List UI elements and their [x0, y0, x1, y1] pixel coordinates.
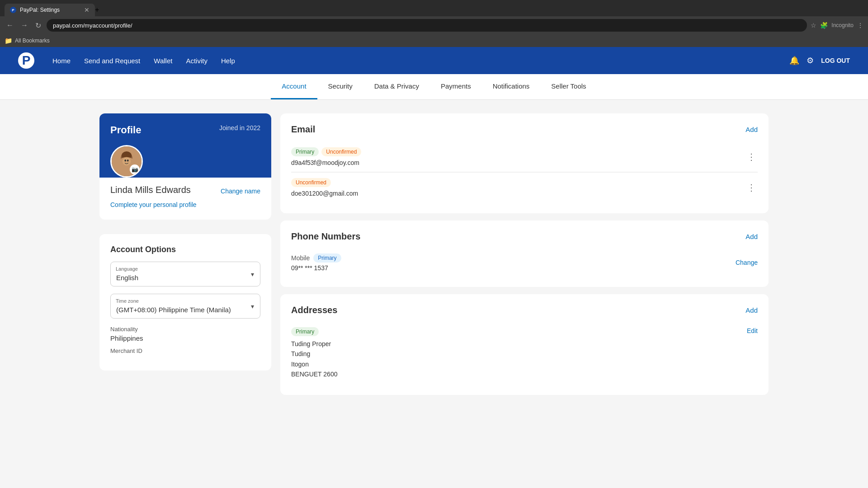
phone-change-link[interactable]: Change: [736, 259, 758, 266]
addresses-add-link[interactable]: Add: [745, 306, 758, 314]
main-content: Profile Joined in 2022: [0, 100, 868, 408]
refresh-button[interactable]: ↻: [33, 19, 43, 32]
new-tab-button[interactable]: +: [95, 6, 99, 14]
incognito-icon: Incognito: [831, 22, 854, 28]
email-card: Email Add Primary Unconfirmed d9a4f53f@m…: [280, 113, 769, 213]
merchant-id-label: Merchant ID: [110, 347, 260, 354]
svg-point-5: [124, 160, 126, 162]
address-line-4: BENGUET 2600: [291, 369, 337, 379]
address-line-1: Tuding Proper: [291, 339, 337, 349]
extensions-icon[interactable]: 🧩: [820, 22, 828, 29]
tab-close-button[interactable]: ✕: [84, 6, 90, 14]
tab-title: PayPal: Settings: [20, 7, 60, 13]
phone-add-link[interactable]: Add: [745, 233, 758, 240]
browser-actions: ☆ 🧩 Incognito ⋮: [811, 22, 863, 29]
subnav-security[interactable]: Security: [317, 74, 363, 99]
nav-help[interactable]: Help: [221, 57, 235, 65]
email-entry-2: Unconfirmed doe301200@gmail.com ⋮: [291, 173, 758, 202]
address-line-3: Itogon: [291, 359, 337, 369]
camera-icon[interactable]: 📷: [130, 164, 140, 174]
browser-tabs: P PayPal: Settings ✕ +: [0, 0, 868, 16]
nav-send-request[interactable]: Send and Request: [84, 57, 140, 65]
address-lines: Tuding Proper Tuding Itogon BENGUET 2600: [291, 339, 337, 380]
address-entry-1: Primary Tuding Proper Tuding Itogon BENG…: [291, 323, 758, 384]
phone-section-title: Phone Numbers: [291, 231, 360, 242]
bookmark-star-icon[interactable]: ☆: [811, 22, 816, 29]
forward-button[interactable]: →: [19, 19, 30, 31]
phone-number: 09** *** 1537: [291, 264, 341, 272]
subnav-account[interactable]: Account: [271, 74, 317, 99]
svg-point-4: [123, 157, 131, 165]
email-address-2: doe301200@gmail.com: [291, 190, 745, 197]
profile-title: Profile: [110, 124, 141, 136]
address-badge-row: Primary: [291, 327, 337, 336]
browser-chrome: P PayPal: Settings ✕ + ← → ↻ ☆ 🧩 Incogni…: [0, 0, 868, 47]
paypal-app: P Home Send and Request Wallet Activity …: [0, 47, 868, 408]
profile-name: Linda Mills Edwards: [110, 185, 191, 195]
unconfirmed-badge-2: Unconfirmed: [291, 178, 331, 187]
subnav-seller-tools[interactable]: Seller Tools: [540, 74, 597, 99]
language-field: Language English ▾: [110, 262, 260, 286]
address-edit-link[interactable]: Edit: [747, 327, 758, 334]
nav-wallet[interactable]: Wallet: [154, 57, 172, 65]
email-entry-2-left: Unconfirmed doe301200@gmail.com: [291, 178, 745, 197]
complete-profile-link[interactable]: Complete your personal profile: [110, 201, 197, 208]
email-add-link[interactable]: Add: [745, 126, 758, 133]
address-bar[interactable]: [47, 19, 807, 32]
timezone-label: Time zone: [116, 298, 139, 304]
avatar[interactable]: 📷: [110, 145, 143, 178]
address-line-2: Tuding: [291, 349, 337, 359]
timezone-field: Time zone (GMT+08:00) Philippine Time (M…: [110, 294, 260, 319]
account-options-title: Account Options: [110, 245, 260, 254]
svg-point-6: [127, 160, 129, 162]
profile-joined: Joined in 2022: [219, 124, 260, 131]
email-address-1: d9a4f53f@moodjoy.com: [291, 159, 745, 166]
browser-tab-active[interactable]: P PayPal: Settings ✕: [5, 4, 95, 16]
nationality-label: Nationality: [110, 326, 260, 333]
main-nav: Home Send and Request Wallet Activity He…: [52, 57, 789, 65]
addresses-section-title: Addresses: [291, 305, 337, 315]
email-card-header: Email Add: [291, 124, 758, 135]
nationality-value: Philippines: [110, 334, 260, 342]
nav-home[interactable]: Home: [52, 57, 71, 65]
paypal-favicon: P: [10, 7, 16, 13]
phone-type: Mobile: [291, 254, 310, 262]
notifications-bell-icon[interactable]: 🔔: [789, 56, 799, 66]
phone-card: Phone Numbers Add Mobile Primary 09** **…: [280, 221, 769, 287]
email-entry-1-badges: Primary Unconfirmed: [291, 147, 745, 156]
language-select[interactable]: English: [110, 262, 260, 286]
timezone-select[interactable]: (GMT+08:00) Philippine Time (Manila): [110, 294, 260, 319]
paypal-header: P Home Send and Request Wallet Activity …: [0, 47, 868, 74]
address-primary-badge: Primary: [291, 327, 319, 336]
addresses-card: Addresses Add Primary Tuding Proper Tudi…: [280, 294, 769, 395]
phone-card-header: Phone Numbers Add: [291, 231, 758, 242]
profile-header: Profile Joined in 2022: [99, 113, 271, 178]
change-name-link[interactable]: Change name: [221, 188, 260, 195]
paypal-logo: P: [18, 52, 34, 69]
nationality-field: Nationality Philippines: [110, 326, 260, 342]
nav-activity[interactable]: Activity: [186, 57, 208, 65]
browser-toolbar: ← → ↻ ☆ 🧩 Incognito ⋮: [0, 16, 868, 34]
email-1-more-options-icon[interactable]: ⋮: [745, 150, 758, 164]
back-button[interactable]: ←: [5, 19, 15, 31]
email-entry-2-badges: Unconfirmed: [291, 178, 745, 187]
profile-card: Profile Joined in 2022: [99, 113, 271, 220]
unconfirmed-badge: Unconfirmed: [321, 147, 361, 156]
menu-icon[interactable]: ⋮: [857, 22, 863, 29]
settings-gear-icon[interactable]: ⚙: [807, 56, 814, 66]
subnav-payments[interactable]: Payments: [430, 74, 482, 99]
subnav: Account Security Data & Privacy Payments…: [0, 74, 868, 100]
phone-entry-1-left: Mobile Primary 09** *** 1537: [291, 253, 341, 272]
email-2-more-options-icon[interactable]: ⋮: [745, 180, 758, 195]
header-actions: 🔔 ⚙ LOG OUT: [789, 56, 850, 66]
email-entry-1-left: Primary Unconfirmed d9a4f53f@moodjoy.com: [291, 147, 745, 166]
addresses-card-header: Addresses Add: [291, 305, 758, 315]
email-entry-1: Primary Unconfirmed d9a4f53f@moodjoy.com…: [291, 142, 758, 172]
subnav-notifications[interactable]: Notifications: [482, 74, 541, 99]
address-entry-1-left: Primary Tuding Proper Tuding Itogon BENG…: [291, 327, 337, 380]
logout-button[interactable]: LOG OUT: [821, 57, 850, 64]
subnav-data-privacy[interactable]: Data & Privacy: [363, 74, 430, 99]
phone-label-row: Mobile Primary: [291, 253, 341, 263]
right-column: Email Add Primary Unconfirmed d9a4f53f@m…: [280, 113, 769, 395]
primary-badge: Primary: [291, 147, 319, 156]
